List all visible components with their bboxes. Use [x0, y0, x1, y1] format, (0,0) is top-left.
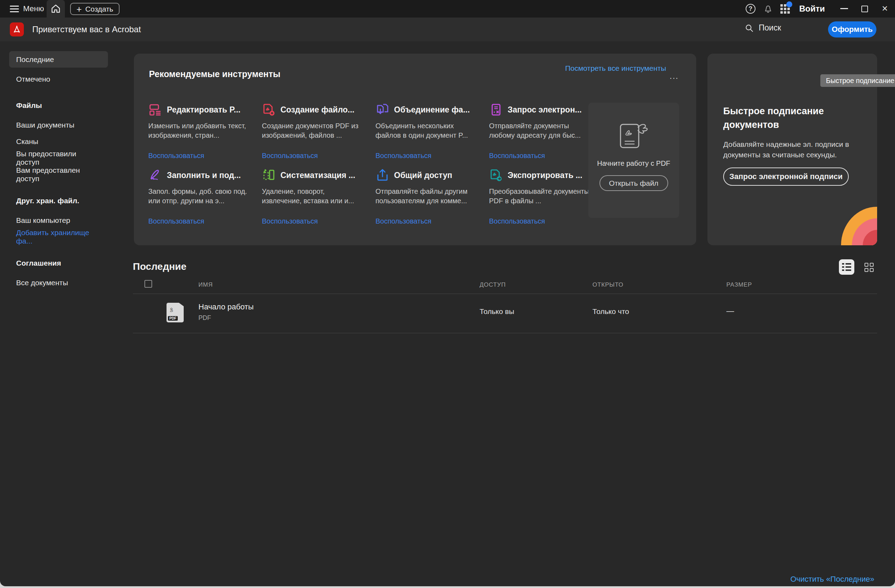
- acrobat-logo-icon: [10, 23, 24, 36]
- grid-view-icon: [865, 263, 874, 272]
- tool-card-share[interactable]: Общий доступ Отправляйте файлы другим по…: [375, 163, 481, 229]
- tool-card-description: Преобразовывайте документы PDF в файлы .…: [489, 187, 593, 205]
- help-icon: ?: [746, 4, 755, 14]
- column-header-access[interactable]: ДОСТУП: [479, 281, 506, 288]
- table-divider: [133, 333, 877, 333]
- tool-card-export-pdf[interactable]: Экспортировать ... Преобразовывайте доку…: [489, 163, 594, 229]
- sidebar-item-shared-by-you[interactable]: Вы предоставили доступ: [9, 150, 108, 166]
- clear-recents-link[interactable]: Очистить «Последние»: [790, 575, 875, 584]
- sidebar-item-scans[interactable]: Сканы: [9, 133, 108, 150]
- title-bar: Меню + Создать ?: [0, 0, 895, 18]
- sidebar-item-your-documents[interactable]: Ваши документы: [9, 117, 108, 133]
- request-signatures-icon: [489, 103, 503, 117]
- request-signature-button[interactable]: Запрос электронной подписи: [723, 168, 849, 186]
- sidebar-item-recent[interactable]: Последние: [9, 51, 108, 68]
- tool-card-combine-files[interactable]: Объединение фа... Объединить нескольких …: [375, 98, 481, 163]
- organize-pages-icon: [262, 168, 276, 182]
- column-header-name[interactable]: ИМЯ: [199, 281, 213, 288]
- plus-icon: +: [76, 5, 82, 14]
- tool-card-use-link[interactable]: Воспользоваться: [489, 217, 594, 225]
- tools-overflow-menu[interactable]: ...: [670, 71, 679, 81]
- sidebar-section-other-storage: Друг. хран. файл.: [9, 192, 108, 209]
- create-pdf-icon: [262, 103, 276, 117]
- tool-card-title: Запрос электрон...: [508, 105, 582, 115]
- tool-card-use-link[interactable]: Воспользоваться: [148, 217, 253, 225]
- row-access-value: Только вы: [479, 307, 514, 316]
- tool-card-edit-pdf[interactable]: Редактировать P... Изменить или добавить…: [148, 98, 253, 163]
- create-button[interactable]: + Создать: [70, 3, 120, 15]
- sidebar-item-all-documents[interactable]: Все документы: [9, 274, 108, 291]
- edit-pdf-icon: [148, 103, 162, 117]
- welcome-header: Приветствуем вас в Acrobat Поиск Оформит…: [0, 18, 895, 41]
- list-view-icon: [842, 263, 851, 271]
- create-label: Создать: [85, 5, 113, 13]
- export-pdf-icon: [489, 168, 503, 182]
- tool-card-fill-sign[interactable]: Заполнить и под... Запол. формы, доб. св…: [148, 163, 253, 229]
- pdf-document-hand-icon: [613, 120, 655, 155]
- minimize-button[interactable]: [834, 0, 854, 18]
- tool-card-title: Систематизация ...: [281, 171, 355, 180]
- titlebar-right-controls: ? Войти ✕: [742, 0, 895, 18]
- menu-button[interactable]: Меню: [6, 3, 48, 15]
- quick-sign-description: Добавляйте надежные эл. подписи в докуме…: [723, 139, 855, 161]
- pdf-badge: PDF: [168, 316, 178, 321]
- see-all-tools-link[interactable]: Посмотреть все инструменты: [565, 64, 666, 73]
- tool-card-title: Экспортировать ...: [508, 171, 582, 180]
- column-header-size[interactable]: РАЗМЕР: [727, 281, 752, 288]
- tool-card-use-link[interactable]: Воспользоваться: [262, 217, 367, 225]
- tool-card-create-pdf[interactable]: Создание файло... Создание документов PD…: [262, 98, 367, 163]
- tool-card-title: Общий доступ: [394, 171, 452, 180]
- tool-card-description: Отправляйте документы любому адресату дл…: [489, 121, 593, 140]
- select-all-checkbox[interactable]: [144, 280, 152, 288]
- maximize-button[interactable]: [854, 0, 875, 18]
- bell-icon: [763, 3, 774, 14]
- tool-card-use-link[interactable]: Воспользоваться: [489, 152, 594, 160]
- upgrade-button[interactable]: Оформить: [828, 21, 877, 38]
- hamburger-icon: [10, 6, 19, 12]
- recents-table-header: ИМЯ ДОСТУП ОТКРЫТО РАЗМЕР: [133, 279, 877, 294]
- column-header-opened[interactable]: ОТКРЫТО: [592, 281, 623, 288]
- sidebar-item-starred[interactable]: Отмечено: [9, 71, 108, 87]
- search-button[interactable]: Поиск: [745, 23, 781, 33]
- acrobat-window: Меню + Создать ?: [0, 0, 895, 586]
- tool-card-organize-pages[interactable]: Систематизация ... Удаление, поворот, из…: [262, 163, 367, 229]
- sidebar-item-add-storage[interactable]: Добавить хранилище фа...: [9, 229, 108, 245]
- tool-card-request-signatures[interactable]: Запрос электрон... Отправляйте документы…: [489, 98, 594, 163]
- maximize-icon: [862, 6, 868, 12]
- list-view-button[interactable]: [839, 259, 854, 275]
- tool-card-description: Изменить или добавить текст, изображения…: [148, 121, 252, 140]
- combine-files-icon: [375, 103, 390, 117]
- tool-card-use-link[interactable]: Воспользоваться: [375, 217, 481, 225]
- notifications-button[interactable]: [759, 0, 777, 18]
- tool-card-description: Запол. формы, доб. свою под. или отпр. д…: [148, 187, 252, 205]
- acrobat-glyph: ꝸ: [170, 306, 173, 314]
- menu-label: Меню: [23, 4, 44, 13]
- table-row[interactable]: ꝸ PDF Начало работы PDF Только вы Только…: [133, 294, 877, 333]
- tool-card-use-link[interactable]: Воспользоваться: [262, 152, 367, 160]
- search-label: Поиск: [758, 23, 781, 33]
- tool-cards-grid: Редактировать P... Изменить или добавить…: [148, 98, 603, 229]
- open-file-button[interactable]: Открыть файл: [599, 175, 668, 191]
- tab-home[interactable]: [47, 0, 65, 18]
- sidebar-item-shared-with-you[interactable]: Вам предоставлен доступ: [9, 166, 108, 183]
- tool-card-title: Заполнить и под...: [167, 171, 241, 180]
- grid-view-button[interactable]: [862, 260, 877, 275]
- quick-sign-tooltip: Быстрое подписание документов: [820, 74, 895, 87]
- pdf-file-icon: ꝸ PDF: [167, 303, 184, 322]
- tool-card-use-link[interactable]: Воспользоваться: [375, 152, 481, 160]
- tool-card-description: Создание документов PDF из изображений, …: [262, 121, 366, 140]
- tool-card-use-link[interactable]: Воспользоваться: [148, 152, 253, 160]
- page-title: Приветствуем вас в Acrobat: [32, 24, 141, 34]
- share-icon: [375, 168, 390, 182]
- help-button[interactable]: ?: [742, 0, 759, 18]
- sidebar-section-files: Файлы: [9, 97, 108, 114]
- recommended-tools-panel: Рекомендуемые инструменты Посмотреть все…: [134, 54, 696, 245]
- close-button[interactable]: ✕: [875, 0, 895, 18]
- quick-sign-title: Быстрое подписание документов: [723, 105, 836, 132]
- sign-in-button[interactable]: Войти: [799, 4, 825, 14]
- apps-button[interactable]: [777, 0, 794, 18]
- sidebar-item-your-computer[interactable]: Ваш компьютер: [9, 212, 108, 229]
- tool-card-description: Удаление, поворот, извлечение, вставка и…: [262, 187, 366, 205]
- row-file-name: Начало работы: [199, 302, 253, 312]
- get-started-card: Начните работу с PDF Открыть файл: [588, 103, 679, 218]
